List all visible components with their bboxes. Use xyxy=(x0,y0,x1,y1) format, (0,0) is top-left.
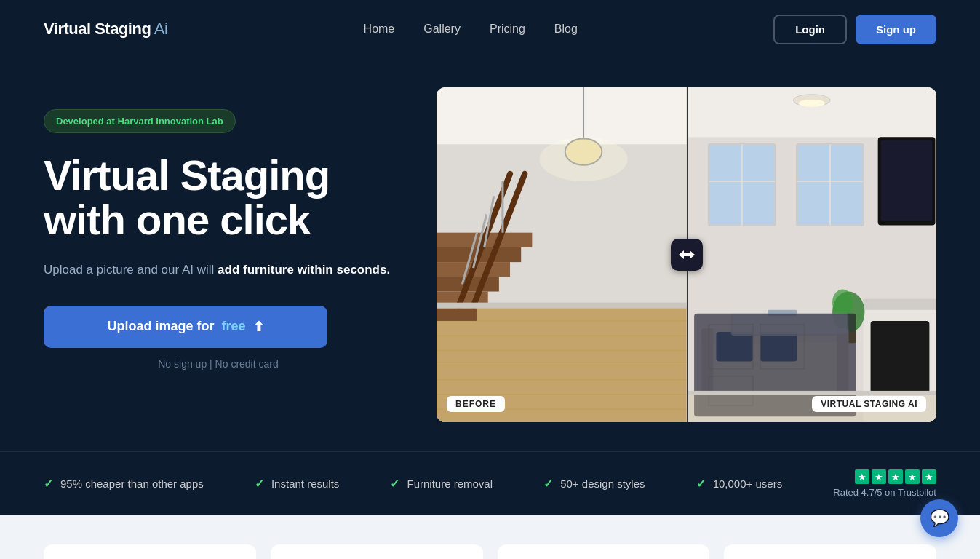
nav-item-home[interactable]: Home xyxy=(364,23,395,36)
nav-link-blog[interactable]: Blog xyxy=(554,23,578,35)
feature-removal: ✓ Furniture removal xyxy=(390,477,493,491)
nav-item-blog[interactable]: Blog xyxy=(554,23,578,36)
star-symbol-1: ★ xyxy=(858,472,867,483)
hero-subtitle: Upload a picture and our AI will add fur… xyxy=(44,260,393,280)
svg-rect-41 xyxy=(863,299,936,310)
nav-link-pricing[interactable]: Pricing xyxy=(490,23,525,35)
svg-point-44 xyxy=(832,289,853,315)
nav-actions: Login Sign up xyxy=(773,15,936,44)
harvard-badge: Developed at Harvard Innovation Lab xyxy=(44,109,236,133)
star-4: ★ xyxy=(905,469,920,484)
star-5: ★ xyxy=(922,469,936,484)
testimonial-card-1: “ xyxy=(44,544,256,559)
feature-removal-text: Furniture removal xyxy=(407,477,493,490)
star-symbol-3: ★ xyxy=(891,472,900,483)
feature-styles-text: 50+ design styles xyxy=(560,477,645,490)
upload-icon: ⬆ xyxy=(253,319,264,335)
chat-button[interactable]: 💬 xyxy=(920,499,958,537)
upload-button-text-free: free xyxy=(221,319,245,334)
logo: Virtual Staging Ai xyxy=(44,20,167,39)
svg-rect-26 xyxy=(437,303,687,309)
star-3: ★ xyxy=(888,469,903,484)
hero-title-line1: Virtual Staging xyxy=(44,151,330,199)
feature-users-text: 10,000+ users xyxy=(713,477,783,490)
feature-instant: ✓ Instant results xyxy=(255,477,339,491)
before-label: BEFORE xyxy=(447,396,505,412)
after-label: VIRTUAL STAGING AI xyxy=(812,396,926,412)
upload-button-text-normal: Upload image for xyxy=(107,319,214,334)
svg-rect-38 xyxy=(880,140,932,221)
hero-section: Developed at Harvard Innovation Lab Virt… xyxy=(0,58,980,451)
chat-icon: 💬 xyxy=(930,509,949,528)
navbar: Virtual Staging Ai Home Gallery Pricing … xyxy=(0,0,980,58)
logo-brand: Virtual Staging xyxy=(44,20,151,38)
feature-cheaper-text: 95% cheaper than other apps xyxy=(60,477,204,490)
feature-styles: ✓ 50+ design styles xyxy=(543,477,645,491)
hero-title-line2: with one click xyxy=(44,196,310,243)
svg-rect-40 xyxy=(870,321,929,395)
svg-rect-1 xyxy=(437,87,687,144)
trustpilot-stars: ★ ★ ★ ★ ★ xyxy=(855,469,936,484)
before-after-container: BEFORE xyxy=(437,87,936,422)
arrows-icon xyxy=(679,249,695,261)
hero-subtitle-bold: add furniture within seconds. xyxy=(218,263,390,277)
upload-button[interactable]: Upload image for free ⬆ xyxy=(44,306,327,348)
testimonial-card-4: “ xyxy=(724,544,936,559)
star-symbol-2: ★ xyxy=(875,472,883,483)
feature-users: ✓ 10,000+ users xyxy=(696,477,783,491)
trustpilot-rating-text: Rated 4.7/5 on Trustpilot xyxy=(833,487,936,498)
nav-links: Home Gallery Pricing Blog xyxy=(364,23,578,36)
testimonial-card-3: “ xyxy=(498,544,710,559)
svg-point-30 xyxy=(798,100,824,107)
check-icon-instant: ✓ xyxy=(255,477,264,491)
star-symbol-5: ★ xyxy=(925,472,933,483)
login-button[interactable]: Login xyxy=(773,15,847,44)
nav-link-gallery[interactable]: Gallery xyxy=(423,23,461,35)
logo-suffix: Ai xyxy=(151,20,167,38)
hero-subtitle-normal: Upload a picture and our AI will xyxy=(44,263,218,277)
feature-instant-text: Instant results xyxy=(271,477,339,490)
check-icon-users: ✓ xyxy=(696,477,706,491)
before-after-image: BEFORE xyxy=(437,87,936,422)
no-signup-text: No sign up | No credit card xyxy=(44,358,393,370)
check-icon-cheaper: ✓ xyxy=(44,477,53,491)
testimonial-card-2: “ xyxy=(271,544,483,559)
feature-cheaper: ✓ 95% cheaper than other apps xyxy=(44,477,204,491)
star-symbol-4: ★ xyxy=(908,472,917,483)
testimonials-section: “ “ “ “ xyxy=(0,515,980,559)
after-panel: VIRTUAL STAGING AI xyxy=(687,87,937,422)
features-bar: ✓ 95% cheaper than other apps ✓ Instant … xyxy=(0,451,980,515)
check-icon-removal: ✓ xyxy=(390,477,399,491)
divider-handle[interactable] xyxy=(671,239,703,271)
svg-point-25 xyxy=(539,137,627,181)
nav-item-gallery[interactable]: Gallery xyxy=(423,23,461,36)
nav-link-home[interactable]: Home xyxy=(364,23,395,35)
trustpilot-section: ★ ★ ★ ★ ★ Rated 4.7/5 on Trustpilot xyxy=(833,469,936,498)
svg-rect-59 xyxy=(687,391,937,395)
before-panel: BEFORE xyxy=(437,87,687,422)
star-2: ★ xyxy=(872,469,886,484)
check-icon-styles: ✓ xyxy=(543,477,553,491)
signup-button[interactable]: Sign up xyxy=(856,15,936,44)
nav-item-pricing[interactable]: Pricing xyxy=(490,23,525,36)
hero-left: Developed at Harvard Innovation Lab Virt… xyxy=(44,87,393,370)
star-1: ★ xyxy=(855,469,869,484)
hero-title: Virtual Staging with one click xyxy=(44,154,393,242)
